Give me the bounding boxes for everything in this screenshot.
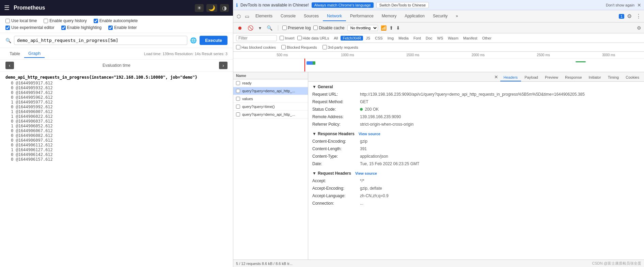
upload-icon[interactable]: ⬆ <box>389 25 393 31</box>
use-local-time-checkbox[interactable] <box>5 19 10 23</box>
enable-query-history-option[interactable]: Enable query history <box>44 18 87 23</box>
filter-type-all[interactable]: All <box>332 36 340 41</box>
enable-highlighting-option[interactable]: Enable highlighting <box>61 25 101 30</box>
hide-data-urls-checkbox[interactable] <box>297 36 302 40</box>
switch-devtools-button[interactable]: Switch DevTools to Chinese <box>376 2 429 8</box>
req-item-query1[interactable]: query?query=demo_api_http_... <box>233 87 308 95</box>
filter-input[interactable] <box>236 35 277 41</box>
tab-console[interactable]: Console <box>277 12 300 21</box>
query-input[interactable] <box>14 36 187 45</box>
req-ready-checkbox[interactable] <box>236 81 240 85</box>
third-party-requests-option[interactable]: 3rd-party requests <box>323 45 358 49</box>
eval-next-button[interactable]: › <box>219 62 227 69</box>
detail-tab-response[interactable]: Response <box>562 74 585 81</box>
request-headers-toggle[interactable]: ▼ <box>312 171 316 176</box>
disable-cache-option[interactable]: Disable cache <box>313 26 344 30</box>
filter-type-img[interactable]: Img <box>386 36 396 41</box>
req-query1-checkbox[interactable] <box>236 89 240 93</box>
filter-type-css[interactable]: CSS <box>373 36 385 41</box>
disable-cache-checkbox[interactable] <box>313 26 318 30</box>
enable-highlighting-checkbox[interactable] <box>61 26 66 30</box>
search-icon[interactable]: 🔍 <box>265 25 274 31</box>
clear-icon[interactable]: 🚫 <box>246 25 255 31</box>
globe-icon[interactable]: 🌐 <box>190 37 197 44</box>
preserve-log-checkbox[interactable] <box>282 26 287 30</box>
tab-memory[interactable]: Memory <box>378 12 400 21</box>
filter-icon[interactable]: ▾ <box>257 25 263 31</box>
moon-icon[interactable]: 🌙 <box>206 4 217 12</box>
filter-type-fetch-xhr[interactable]: Fetch/XHR <box>341 36 363 41</box>
match-language-button[interactable]: Always match Chrome's language <box>312 2 374 8</box>
use-local-time-option[interactable]: Use local time <box>5 18 37 23</box>
filter-type-wasm[interactable]: Wasm <box>446 36 460 41</box>
invert-filter-option[interactable]: Invert <box>280 36 295 40</box>
req-item-time[interactable]: query?query=time() <box>233 103 308 111</box>
filter-type-js[interactable]: JS <box>364 36 372 41</box>
dont-show-link[interactable]: Don't show again <box>606 3 634 7</box>
detail-tab-headers[interactable]: Headers <box>500 74 521 81</box>
filter-type-ws[interactable]: WS <box>435 36 445 41</box>
enable-autocomplete-option[interactable]: Enable autocomplete <box>94 18 138 23</box>
enable-linter-option[interactable]: Enable linter <box>108 25 137 30</box>
tab-elements[interactable]: Elements <box>251 12 277 21</box>
settings-gear-icon[interactable]: ⚙ <box>637 25 641 31</box>
enable-linter-checkbox[interactable] <box>108 26 113 30</box>
filter-type-doc[interactable]: Doc <box>424 36 435 41</box>
req-values-checkbox[interactable] <box>236 97 240 101</box>
has-blocked-cookies-option[interactable]: Has blocked cookies <box>236 45 276 49</box>
tab-table[interactable]: Table <box>5 50 24 58</box>
detail-tab-cookies[interactable]: Cookies <box>622 74 643 81</box>
response-headers-toggle[interactable]: ▼ <box>312 131 316 136</box>
use-experimental-editor-option[interactable]: Use experimental editor <box>5 25 54 30</box>
use-experimental-editor-checkbox[interactable] <box>5 26 10 30</box>
tab-performance[interactable]: Performance <box>346 12 378 21</box>
more-options-icon[interactable]: ⋮ <box>634 12 643 20</box>
filter-type-media[interactable]: Media <box>396 36 411 41</box>
req-time-checkbox[interactable] <box>236 105 240 109</box>
general-toggle[interactable]: ▼ <box>312 84 316 89</box>
filter-type-font[interactable]: Font <box>411 36 423 41</box>
req-item-ready[interactable]: ready <box>233 79 308 87</box>
has-blocked-cookies-checkbox[interactable] <box>236 45 240 49</box>
detail-tab-payload[interactable]: Payload <box>521 74 541 81</box>
execute-button[interactable]: Execute <box>200 36 227 45</box>
filter-type-manifest[interactable]: Manifest <box>461 36 480 41</box>
third-party-requests-checkbox[interactable] <box>323 45 327 49</box>
filter-type-other[interactable]: Other <box>480 36 494 41</box>
record-icon[interactable]: ⏺ <box>236 25 244 31</box>
eval-prev-button[interactable]: ‹ <box>5 62 14 69</box>
wifi-icon[interactable]: 📶 <box>381 25 387 31</box>
detail-tab-initiator[interactable]: Initiator <box>585 74 604 81</box>
download-icon[interactable]: ⬇ <box>396 25 400 31</box>
tab-more[interactable]: » <box>452 12 462 21</box>
detail-close-button[interactable]: ✕ <box>492 74 500 80</box>
cursor-tool-icon[interactable]: ⬡ <box>235 12 243 20</box>
tab-security[interactable]: Security <box>429 12 452 21</box>
tab-sources[interactable]: Sources <box>300 12 323 21</box>
preserve-log-option[interactable]: Preserve log <box>282 26 311 30</box>
enable-autocomplete-checkbox[interactable] <box>94 19 98 23</box>
hide-data-urls-option[interactable]: Hide data URLs <box>297 36 329 40</box>
info-bar-close[interactable]: ✕ <box>637 2 641 8</box>
detail-tab-timing[interactable]: Timing <box>604 74 623 81</box>
detail-tab-preview[interactable]: Preview <box>541 74 562 81</box>
notifications-badge[interactable]: 1 <box>619 14 624 19</box>
req-query2-checkbox[interactable] <box>236 112 240 116</box>
tab-application[interactable]: Application <box>400 12 429 21</box>
sun-icon[interactable]: ☀ <box>195 4 204 12</box>
req-item-values[interactable]: values <box>233 95 308 103</box>
req-item-query2[interactable]: query?query=demo_api_http_... <box>233 111 308 119</box>
blocked-requests-option[interactable]: Blocked Requests <box>281 45 317 49</box>
invert-checkbox[interactable] <box>280 36 284 40</box>
blocked-requests-checkbox[interactable] <box>281 45 286 49</box>
hamburger-icon[interactable]: ☰ <box>4 4 10 12</box>
contrast-icon[interactable]: ◑ <box>220 4 229 12</box>
device-toolbar-icon[interactable]: ▭ <box>243 12 251 20</box>
enable-query-history-checkbox[interactable] <box>44 19 48 23</box>
tab-network[interactable]: Network <box>323 12 346 21</box>
settings-icon[interactable]: ⚙ <box>626 12 633 20</box>
throttling-select[interactable]: No throttling <box>347 25 378 31</box>
tab-graph[interactable]: Graph <box>24 49 45 58</box>
request-headers-view-source[interactable]: View source <box>355 171 377 175</box>
response-headers-view-source[interactable]: View source <box>359 132 380 136</box>
